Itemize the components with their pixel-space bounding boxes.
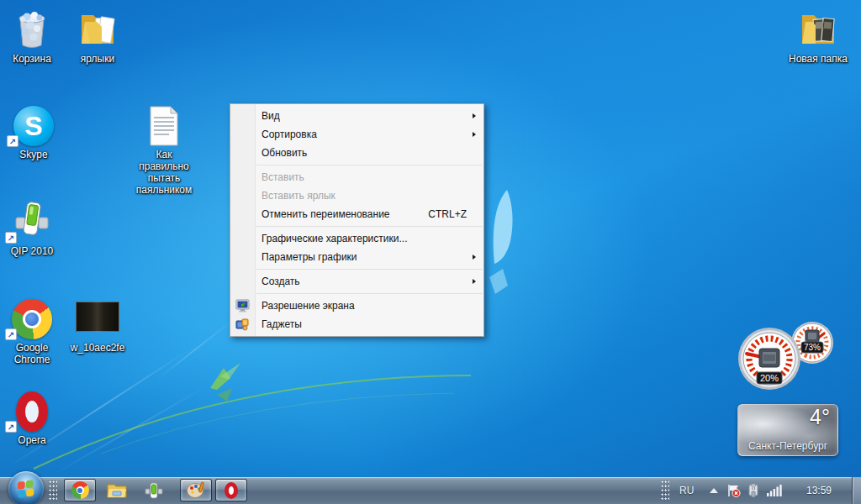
taskbar-clock[interactable]: 13:59 (800, 485, 837, 496)
wallpaper-streak (50, 383, 211, 476)
menu-item-label: Отменить переименование (261, 208, 390, 220)
menu-item-gadgets[interactable]: Гаджеты (230, 315, 483, 333)
shortcut-arrow-icon: ↗ (5, 328, 17, 340)
skype-icon: S (13, 106, 54, 146)
paint-palette-icon (187, 481, 206, 499)
chrome-icon (12, 299, 52, 339)
weather-gadget[interactable]: 4° Санкт-Петербург (737, 404, 838, 456)
taskbar-grip[interactable] (49, 480, 57, 501)
desktop-context-menu: Вид Сортировка Обновить Вставить Вставит… (230, 103, 484, 337)
desktop-icon-label: w_10aec2fe (66, 342, 129, 354)
cpu-gauge[interactable]: 20% (737, 326, 802, 391)
qip-icon (145, 481, 163, 500)
menu-item-refresh[interactable]: Обновить (230, 144, 483, 162)
recycle-bin-icon (0, 5, 64, 50)
desktop-icon-recycle-bin[interactable]: Корзина (0, 5, 64, 65)
menu-separator (256, 226, 483, 227)
desktop-icon-skype[interactable]: S ↗ Skype (2, 101, 66, 160)
desktop-icon-qip[interactable]: ↗ QIP 2010 (0, 197, 64, 257)
tray-grip[interactable] (661, 480, 669, 501)
menu-item-label: Параметры графики (261, 251, 357, 263)
opera-icon (16, 391, 48, 432)
menu-item-paste-shortcut: Вставить ярлык (230, 186, 483, 205)
desktop-icon-label: Skype (2, 149, 66, 160)
weather-temperature: 4° (810, 405, 830, 429)
menu-item-label: Сортировка (261, 129, 317, 140)
wallpaper-streak (156, 318, 235, 381)
submenu-arrow-icon (473, 113, 476, 118)
safely-remove-hardware-icon[interactable] (747, 484, 760, 497)
shortcut-arrow-icon: ↗ (5, 421, 17, 433)
desktop-icon-folder-shortcuts[interactable]: ярлыки (66, 5, 129, 65)
submenu-arrow-icon (473, 132, 476, 137)
menu-item-shortcut: CTRL+Z (428, 205, 467, 223)
menu-item-label: Разрешение экрана (261, 300, 355, 312)
taskbar-button-explorer[interactable] (101, 479, 133, 501)
menu-item-screen-resolution[interactable]: Разрешение экрана (230, 297, 483, 315)
system-tray: RU 13:59 (659, 477, 861, 504)
weather-city: Санкт-Петербург (738, 440, 837, 452)
menu-item-undo-rename[interactable]: Отменить переименование CTRL+Z (230, 205, 483, 223)
menu-item-graphics-properties[interactable]: Графические характеристики... (230, 229, 483, 248)
shortcut-arrow-icon: ↗ (7, 135, 18, 147)
taskbar-button-chrome[interactable] (64, 479, 96, 501)
menu-item-paste: Вставить (230, 168, 483, 186)
folder-icon (66, 5, 129, 50)
network-signal-icon[interactable] (767, 484, 782, 496)
menu-item-label: Графические характеристики... (261, 233, 407, 244)
show-hidden-icons-button[interactable] (710, 488, 718, 493)
menu-separator (256, 269, 483, 270)
menu-item-new[interactable]: Создать (230, 272, 483, 291)
ram-percent-label: 73% (804, 343, 821, 352)
desktop-icon-google-chrome[interactable]: ↗ Google Chrome (0, 294, 64, 365)
explorer-folder-icon (107, 482, 127, 499)
taskbar-button-paint[interactable] (180, 479, 212, 501)
menu-item-label: Вставить ярлык (261, 190, 335, 202)
menu-item-view[interactable]: Вид (230, 107, 483, 125)
desktop-icon-label: Как правильно пытать паяльником (132, 149, 196, 196)
action-center-flag-icon[interactable] (726, 484, 741, 497)
qip-icon (11, 199, 53, 243)
menu-item-label: Вставить (261, 171, 304, 183)
submenu-arrow-icon (473, 255, 476, 260)
menu-item-label: Создать (261, 276, 300, 287)
desktop-icon-label: Google Chrome (0, 342, 64, 365)
menu-separator (256, 165, 483, 165)
menu-separator (256, 293, 483, 294)
start-button[interactable] (8, 471, 44, 504)
desktop-icon-label: QIP 2010 (0, 245, 64, 257)
menu-item-label: Вид (261, 110, 280, 122)
desktop-icon-label: Opera (0, 434, 64, 446)
cpu-percent-label: 20% (760, 373, 779, 383)
image-thumbnail (76, 302, 119, 332)
taskbar-button-opera[interactable] (215, 479, 247, 501)
menu-item-graphics-options[interactable]: Параметры графики (230, 248, 483, 266)
shortcut-arrow-icon: ↗ (5, 232, 17, 244)
show-desktop-button[interactable] (852, 477, 861, 504)
desktop-icon-label: Корзина (0, 53, 64, 65)
display-resolution-icon (235, 299, 250, 313)
language-indicator[interactable]: RU (679, 485, 694, 496)
folder-with-images-icon (786, 5, 850, 50)
desktop-icon-opera[interactable]: ↗ Opera (0, 386, 64, 446)
chrome-icon (71, 481, 89, 499)
menu-item-label: Обновить (261, 147, 307, 159)
taskbar-button-qip[interactable] (138, 479, 170, 501)
desktop-icon-text-file[interactable]: Как правильно пытать паяльником (132, 101, 196, 196)
menu-item-label: Гаджеты (261, 318, 302, 330)
desktop-icon-label: ярлыки (66, 53, 129, 65)
desktop-icon-image-file[interactable]: w_10aec2fe (66, 294, 129, 354)
opera-icon (224, 482, 238, 499)
desktop-icon-label: Новая папка (786, 53, 850, 65)
windows-logo-icon (17, 480, 34, 497)
gadgets-icon (235, 318, 250, 332)
text-file-icon (132, 101, 196, 146)
submenu-arrow-icon (473, 279, 476, 284)
desktop-icon-new-folder[interactable]: Новая папка (786, 5, 850, 65)
taskbar: RU 13:59 (0, 477, 861, 504)
menu-item-sort[interactable]: Сортировка (230, 125, 483, 144)
